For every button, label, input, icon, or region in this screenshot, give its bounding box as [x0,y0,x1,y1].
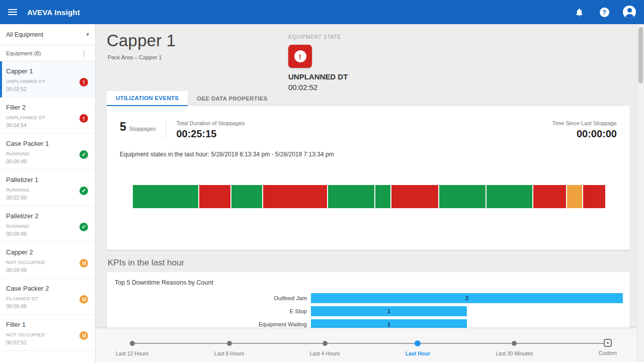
equipment-item-time: 00:00:49 [6,267,89,273]
time-range-label: Last Hour [406,350,430,356]
timeline-segment-unplanned[interactable] [263,185,328,208]
status-paused-icon [79,331,88,340]
timeline-segment-unplanned[interactable] [533,185,566,208]
equipment-item-state: UNPLANNED DT [6,78,89,84]
app-title: AVEVA Insight [27,8,80,17]
downtime-bar-row: E Stop1 [107,306,630,316]
timeline-segment-running[interactable] [487,185,533,208]
time-range-dot [130,341,135,346]
equipment-item-state: RUNNING [6,151,89,156]
equipment-filter-dropdown[interactable]: All Equipment ▾ [0,24,95,45]
equipment-list-item[interactable]: Capper 1UNPLANNED DT00:02:52! [0,61,95,98]
equipment-item-state: RUNNING [6,187,89,193]
timeline-segment-running[interactable] [133,185,198,208]
divider [166,120,166,139]
timeline-segment-running[interactable] [231,185,262,208]
time-range-selector: Last 12 HoursLast 8 HoursLast 4 HoursLas… [96,328,637,362]
total-duration-label: Total Duration of Stoppages [176,120,245,126]
equipment-name: Capper 1 [6,67,89,75]
equipment-list-item[interactable]: Palletizer 2RUNNING00:00:49✓ [0,206,95,242]
help-icon[interactable]: ? [598,6,611,19]
time-range-option-last-8-hours[interactable]: Last 8 Hours [214,328,245,362]
equipment-list-item[interactable]: Case Packer 1RUNNING00:00:49✓ [0,134,95,170]
time-range-dot [227,341,232,346]
equipment-name: Case Packer 1 [6,140,89,147]
time-range-label: Last 12 Hours [116,350,148,356]
stoppages-label: Stoppages [129,126,156,132]
equipment-list-item[interactable]: Filler 1NOT OCCUPIED00:02:51 [0,315,95,351]
equipment-item-state: UNPLANNED DT [6,115,89,120]
equipment-item-time: 00:04:54 [6,122,89,128]
status-paused-icon [79,295,88,304]
stoppages-count: 5 [120,120,126,134]
top-app-bar: AVEVA Insight ? [0,0,644,24]
equipment-item-time: 00:02:52 [6,86,89,92]
downtime-bar-row: Outfeed Jam2 [107,293,630,303]
notifications-icon[interactable] [573,6,586,19]
utilization-card: 5 Stoppages Total Duration of Stoppages … [107,106,630,250]
kpi-section-title: KPIs in the last hour [108,258,630,268]
utilization-timeline [133,185,605,208]
equipment-item-time: 00:02:50 [6,195,89,201]
time-range-option-last-12-hours[interactable]: Last 12 Hours [116,328,148,362]
more-options-icon[interactable]: ⋮ [79,49,89,57]
time-range-dot [323,341,328,346]
status-error-icon: ! [79,78,88,86]
account-icon[interactable] [623,6,636,19]
tab-bar: UTILIZATION EVENTS OEE DATA PROPERTIES [107,91,630,106]
time-since-label: Time Since Last Stoppage [552,120,617,126]
equipment-item-state: NOT OCCUPIED [6,259,89,265]
equipment-name: Palletizer 1 [6,176,89,184]
time-range-option-last-4-hours[interactable]: Last 4 Hours [310,328,340,362]
time-range-label: Last 4 Hours [310,350,340,356]
equipment-state-time: 00:02:52 [288,83,348,92]
downtime-bar-track: 1 [311,306,623,316]
time-range-option-last-30-minutes[interactable]: Last 30 Minutes [496,328,533,362]
time-range-option-last-hour[interactable]: Last Hour [406,328,430,362]
vertical-scrollbar[interactable] [637,24,644,362]
menu-icon[interactable] [8,9,17,15]
equipment-list-item[interactable]: Filler 2UNPLANNED DT00:04:54! [0,98,95,134]
timeline-segment-unplanned[interactable] [583,185,605,208]
avatar [623,6,636,19]
equipment-list: Capper 1UNPLANNED DT00:02:52!Filler 2UNP… [0,61,95,351]
equipment-state-label: EQUIPMENT STATE [288,34,348,40]
equipment-name: Filler 2 [6,104,89,111]
downtime-card-title: Top 5 Downtime Reasons by Count [107,279,630,286]
time-range-label: Last 8 Hours [214,350,245,356]
timeline-segment-warning[interactable] [567,185,582,208]
tab-oee-data-properties[interactable]: OEE DATA PROPERTIES [188,91,276,106]
status-ok-icon: ✓ [79,223,88,231]
equipment-list-item[interactable]: Case Packer 2PLANNED DT00:00:49 [0,279,95,315]
equipment-name: Case Packer 2 [6,285,89,292]
equipment-state-value: UNPLANNED DT [288,72,348,81]
tab-utilization-events[interactable]: UTILIZATION EVENTS [107,91,188,106]
timeline-segment-running[interactable] [375,185,391,208]
time-range-dot [512,341,517,346]
timeline-segment-unplanned[interactable] [391,185,438,208]
status-ok-icon: ✓ [79,150,88,159]
downtime-bar[interactable]: 2 [311,293,623,303]
chevron-down-icon: ▾ [86,31,89,38]
downtime-bar[interactable]: 1 [311,306,467,316]
time-range-label: Last 30 Minutes [496,350,533,356]
timeline-segment-running[interactable] [328,185,374,208]
equipment-filter-label: All Equipment [6,31,43,38]
status-paused-icon [79,259,88,267]
equipment-list-item[interactable]: Capper 2NOT OCCUPIED00:00:49 [0,242,95,279]
time-since-value: 00:00:00 [552,128,617,140]
page-title: Capper 1 [107,31,630,50]
time-range-option-custom[interactable]: Custom [599,328,617,362]
downtime-bar-value: 1 [387,308,390,314]
states-caption: Equipment states in the last hour: 5/28/… [120,151,617,158]
scrollbar-thumb[interactable] [638,27,643,83]
equipment-group-header: Equipment (8) ⋮ [0,45,95,61]
timeline-segment-unplanned[interactable] [199,185,230,208]
timeline-segment-running[interactable] [439,185,486,208]
equipment-item-state: PLANNED DT [6,296,89,301]
equipment-name: Filler 1 [6,321,89,328]
equipment-list-item[interactable]: Palletizer 1RUNNING00:02:50✓ [0,170,95,206]
downtime-reason-label: Equipment Waiting [107,321,311,327]
equipment-item-time: 00:02:51 [6,339,89,345]
status-error-icon: ! [79,114,88,123]
